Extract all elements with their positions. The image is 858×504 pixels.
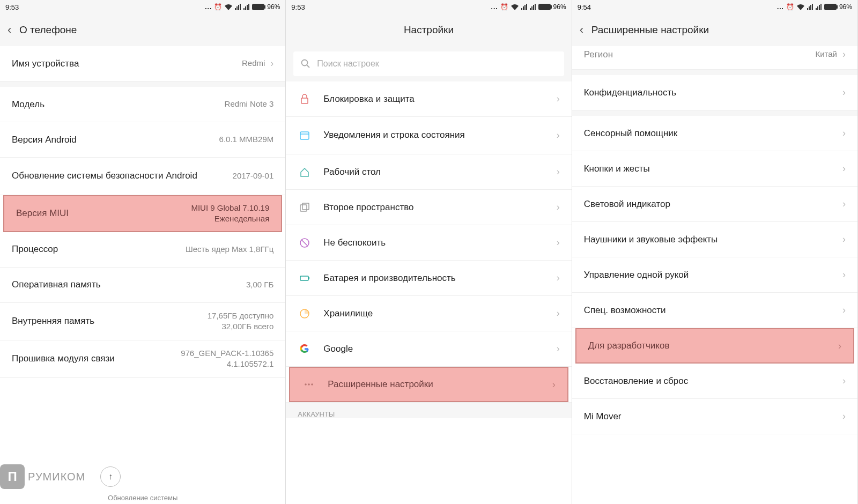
content: Имя устройства Redmi › Модель Redmi Note…	[0, 46, 285, 504]
row-headphones[interactable]: Наушники и звуковые эффекты ›	[572, 222, 857, 257]
row-value: 976_GEN_PACK-1.10365 4.1.105572.1	[181, 348, 273, 370]
row-label: Расширенные настройки	[328, 379, 546, 390]
status-time: 9:54	[578, 3, 591, 11]
row-label: Восстановление и сброс	[584, 376, 837, 387]
svg-point-17	[308, 383, 310, 386]
row-label: Конфиденциальность	[584, 87, 837, 98]
divider	[0, 81, 285, 87]
row-storage[interactable]: Хранилище ›	[286, 296, 571, 331]
row-label: Рабочий стол	[323, 167, 551, 177]
row-value: Шесть ядер Max 1,8ГГц	[186, 244, 273, 255]
status-icons: ... ⏰ 96%	[491, 3, 566, 11]
svg-rect-10	[302, 203, 309, 210]
wifi-icon	[224, 4, 233, 10]
scroll-top-button[interactable]: ↑	[100, 466, 121, 487]
back-icon[interactable]: ‹	[8, 23, 11, 37]
page-title: О телефоне	[19, 24, 77, 36]
svg-line-5	[307, 65, 309, 68]
row-region[interactable]: Регион Китай ›	[572, 46, 857, 70]
row-label: Не беспокоить	[323, 238, 551, 248]
row-value: MIUI 9 Global 7.10.19 Еженедельная	[191, 203, 269, 225]
row-cpu[interactable]: Процессор Шесть ядер Max 1,8ГГц	[0, 232, 285, 268]
row-label: Оперативная память	[12, 279, 246, 290]
storage-icon	[298, 307, 312, 321]
chevron-right-icon: ›	[557, 93, 560, 105]
update-system-label: Обновление системы	[0, 494, 285, 502]
row-security-update[interactable]: Обновление системы безопасности Android …	[0, 158, 285, 195]
row-label: Наушники и звуковые эффекты	[584, 234, 837, 245]
chevron-right-icon: ›	[270, 58, 273, 69]
status-bar: 9:53 ... ⏰ 96%	[286, 0, 571, 14]
chevron-right-icon: ›	[557, 166, 560, 177]
row-led[interactable]: Световой индикатор ›	[572, 187, 857, 222]
row-developer-options-highlighted[interactable]: Для разработчиков ›	[575, 328, 854, 364]
chevron-right-icon: ›	[557, 130, 560, 141]
svg-rect-6	[301, 98, 308, 103]
wifi-icon	[796, 4, 805, 10]
row-value: 3,00 ГБ	[246, 279, 273, 290]
home-icon	[298, 165, 312, 179]
row-device-name[interactable]: Имя устройства Redmi ›	[0, 46, 285, 81]
row-label: Модель	[12, 99, 225, 110]
row-label: Версия Android	[12, 135, 219, 145]
signal-icon-2	[243, 4, 250, 10]
search-input[interactable]: Поиск настроек	[293, 51, 564, 76]
status-time: 9:53	[291, 3, 305, 11]
row-label: Версия MIUI	[16, 208, 191, 219]
back-icon[interactable]: ‹	[580, 23, 583, 37]
chevron-right-icon: ›	[842, 128, 846, 139]
row-second-space[interactable]: Второе пространство ›	[286, 190, 571, 225]
row-google[interactable]: Google ›	[286, 331, 571, 367]
status-icons: ... ⏰ 96%	[777, 3, 852, 11]
row-android-version[interactable]: Версия Android 6.0.1 MMB29M	[0, 122, 285, 158]
row-dnd[interactable]: Не беспокоить ›	[286, 225, 571, 261]
svg-rect-7	[300, 132, 309, 139]
row-value: Китай	[815, 49, 837, 60]
row-accessibility[interactable]: Спец. возможности ›	[572, 293, 857, 328]
alarm-icon: ⏰	[786, 3, 794, 11]
row-privacy[interactable]: Конфиденциальность ›	[572, 75, 857, 110]
row-touch-assistant[interactable]: Сенсорный помощник ›	[572, 116, 857, 151]
row-label: Спец. возможности	[584, 305, 837, 316]
divider	[572, 70, 857, 75]
row-ram[interactable]: Оперативная память 3,00 ГБ	[0, 268, 285, 303]
row-label: Батарея и производительность	[323, 273, 551, 284]
row-lock-security[interactable]: Блокировка и защита ›	[286, 81, 571, 117]
row-advanced-highlighted[interactable]: Расширенные настройки ›	[289, 367, 568, 402]
svg-rect-14	[308, 277, 309, 279]
row-label: Прошивка модуля связи	[12, 353, 181, 365]
row-baseband[interactable]: Прошивка модуля связи 976_GEN_PACK-1.103…	[0, 340, 285, 378]
battery-perf-icon	[298, 271, 312, 285]
chevron-right-icon: ›	[842, 375, 846, 387]
row-label: Световой индикатор	[584, 199, 837, 210]
chevron-right-icon: ›	[842, 198, 846, 210]
row-buttons-gestures[interactable]: Кнопки и жесты ›	[572, 151, 857, 187]
divider	[572, 110, 857, 116]
more-horiz-icon	[302, 377, 316, 391]
row-one-handed[interactable]: Управление одной рукой ›	[572, 257, 857, 293]
battery-icon: 96%	[824, 3, 852, 11]
row-internal-storage[interactable]: Внутренняя память 17,65ГБ доступно 32,00…	[0, 303, 285, 340]
signal-icon-2	[816, 4, 822, 10]
row-mi-mover[interactable]: Mi Mover ›	[572, 399, 857, 434]
signal-icon	[235, 4, 241, 10]
row-label: Кнопки и жесты	[584, 164, 837, 174]
row-model[interactable]: Модель Redmi Note 3	[0, 87, 285, 122]
chevron-right-icon: ›	[838, 340, 841, 352]
row-reset[interactable]: Восстановление и сброс ›	[572, 364, 857, 399]
row-battery[interactable]: Батарея и производительность ›	[286, 261, 571, 296]
row-miui-version-highlighted[interactable]: Версия MIUI MIUI 9 Global 7.10.19 Еженед…	[3, 195, 282, 232]
search-wrap: Поиск настроек	[286, 46, 571, 81]
chevron-right-icon: ›	[557, 308, 560, 319]
row-notifications[interactable]: Уведомления и строка состояния ›	[286, 117, 571, 154]
header: Настройки	[286, 14, 571, 46]
svg-rect-0	[252, 4, 264, 10]
row-home-screen[interactable]: Рабочий стол ›	[286, 154, 571, 190]
page-title: Расширенные настройки	[591, 24, 709, 36]
battery-icon: 96%	[252, 3, 280, 11]
svg-rect-9	[300, 205, 307, 211]
svg-rect-19	[824, 4, 837, 10]
watermark: П РУМИКОМ ↑	[0, 464, 121, 489]
search-placeholder: Поиск настроек	[317, 59, 379, 69]
row-value: 2017-09-01	[233, 171, 274, 181]
